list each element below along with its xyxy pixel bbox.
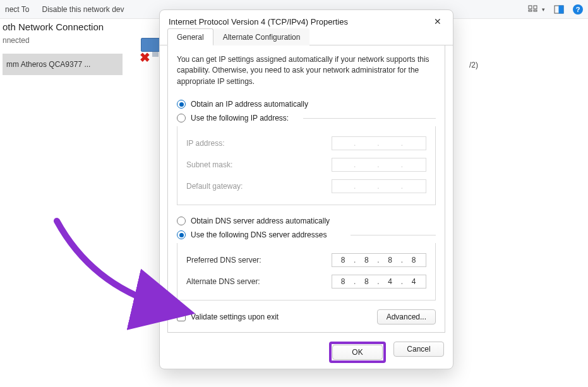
ip-address-input: ... (332, 136, 426, 150)
disconnected-x-icon: ✖ (140, 52, 150, 63)
row-preferred-dns: Preferred DNS server: 8. 8. 8. 8 (186, 249, 426, 271)
adapter-selected-item[interactable]: mm Atheros QCA9377 ... (3, 54, 123, 75)
ok-highlight: OK (329, 342, 386, 363)
tab-general[interactable]: General (167, 28, 213, 45)
toolbar-disable-device[interactable]: Disable this network dev (42, 5, 124, 14)
row-subnet-mask: Subnet mask: ... (186, 154, 426, 176)
background-fragment: /2) (469, 61, 478, 69)
svg-rect-3 (534, 10, 537, 11)
svg-rect-5 (559, 6, 563, 13)
svg-rect-1 (534, 6, 537, 9)
radio-dns-auto[interactable]: Obtain DNS server address automatically (177, 214, 436, 228)
radio-dns-auto-label: Obtain DNS server address automatically (191, 217, 330, 225)
ipv4-properties-dialog: Internet Protocol Version 4 (TCP/IPv4) P… (159, 9, 453, 369)
validate-label: Validate settings upon exit (191, 313, 279, 321)
radio-icon (177, 114, 186, 122)
toolbar-connect-to[interactable]: nect To (5, 5, 29, 14)
tab-content: You can get IP settings assigned automat… (167, 45, 445, 333)
preferred-dns-input[interactable]: 8. 8. 8. 8 (332, 253, 426, 267)
svg-rect-2 (529, 10, 532, 11)
dns-fields-group: Preferred DNS server: 8. 8. 8. 8 Alterna… (177, 243, 436, 301)
radio-dns-manual-label: Use the following DNS server addresses (191, 230, 327, 239)
subnet-mask-input: ... (332, 158, 426, 172)
gateway-input: ... (332, 179, 426, 193)
tab-alternate[interactable]: Alternate Configuration (213, 28, 310, 45)
preferred-dns-label: Preferred DNS server: (186, 256, 261, 265)
preview-pane-icon[interactable] (554, 4, 564, 15)
view-options-icon[interactable] (528, 4, 538, 15)
validate-on-exit-checkbox[interactable]: Validate settings upon exit (177, 310, 279, 324)
checkbox-icon (177, 313, 186, 321)
radio-ip-auto-label: Obtain an IP address automatically (191, 100, 308, 109)
alternate-dns-input[interactable]: 8. 8. 4. 4 (332, 275, 426, 289)
info-text: You can get IP settings assigned automat… (177, 54, 436, 87)
radio-icon (177, 100, 186, 109)
view-options-caret-icon[interactable]: ▾ (542, 6, 545, 13)
ok-button[interactable]: OK (332, 345, 383, 360)
help-icon[interactable]: ? (573, 4, 583, 15)
row-alternate-dns: Alternate DNS server: 8. 8. 4. 4 (186, 271, 426, 292)
radio-ip-manual-label: Use the following IP address: (191, 114, 289, 122)
dialog-footer: OK Cancel (160, 338, 453, 371)
row-ip-address: IP address: ... (186, 133, 426, 154)
radio-icon (177, 230, 186, 239)
subnet-mask-label: Subnet mask: (186, 160, 232, 169)
dialog-title: Internet Protocol Version 4 (TCP/IPv4) P… (169, 17, 430, 27)
svg-rect-0 (529, 6, 532, 9)
ip-fields-group: IP address: ... Subnet mask: ... Default… (177, 126, 436, 205)
tab-bar: General Alternate Configuration (160, 28, 453, 45)
advanced-button[interactable]: Advanced... (377, 309, 436, 324)
radio-icon (177, 217, 186, 225)
adapter-title: oth Network Connection (3, 19, 126, 36)
background-panel: oth Network Connection nnected mm Athero… (0, 19, 126, 75)
gateway-label: Default gateway: (186, 182, 243, 191)
cancel-button[interactable]: Cancel (393, 342, 444, 357)
alternate-dns-label: Alternate DNS server: (186, 277, 260, 286)
row-gateway: Default gateway: ... (186, 176, 426, 197)
adapter-status: nnected (3, 36, 126, 54)
radio-ip-auto[interactable]: Obtain an IP address automatically (177, 97, 436, 111)
ip-address-label: IP address: (186, 139, 224, 148)
close-icon[interactable]: ✕ (430, 16, 445, 27)
